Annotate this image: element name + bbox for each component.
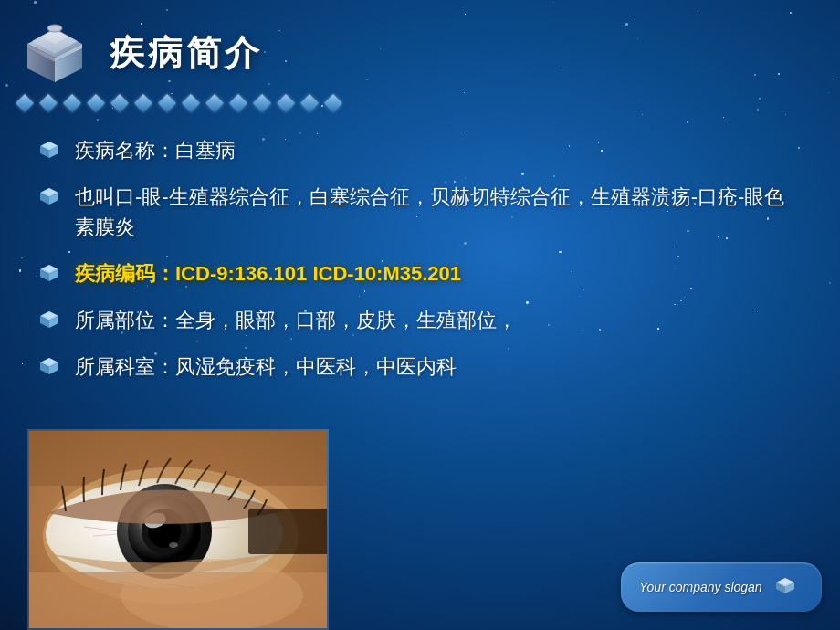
diamond-11 — [253, 94, 271, 112]
bullet-icon-1 — [37, 137, 62, 163]
bullet-row-name: 疾病名称：白塞病 — [37, 135, 803, 165]
bullet-icon-5 — [37, 353, 62, 379]
bullet-row-department: 所属科室：风湿免疫科，中医科，中医内科 — [37, 352, 803, 382]
bullet-row-location: 所属部位：全身，眼部，口部，皮肤，生殖部位， — [37, 305, 803, 335]
slogan-box: Your company slogan — [621, 562, 822, 612]
diamond-7 — [158, 94, 176, 112]
bullet-text-name: 疾病名称：白塞病 — [75, 135, 236, 165]
bullet-text-alias: 也叫口-眼-生殖器综合征，白塞综合征，贝赫切特综合征，生殖器溃疡-口疮-眼色素膜… — [75, 182, 803, 242]
slogan-text: Your company slogan — [639, 580, 762, 594]
diamond-8 — [182, 94, 200, 112]
svg-point-41 — [169, 542, 178, 548]
diamond-6 — [134, 94, 152, 112]
svg-rect-42 — [248, 509, 329, 554]
page-title: 疾病简介 — [110, 30, 263, 77]
diamond-12 — [277, 94, 295, 112]
diamond-5 — [110, 94, 129, 112]
svg-point-7 — [47, 25, 62, 32]
diamond-1 — [16, 94, 34, 112]
slogan-icon — [772, 572, 799, 603]
logo-icon — [18, 16, 91, 89]
bullet-text-department: 所属科室：风湿免疫科，中医科，中医内科 — [75, 352, 457, 382]
header: 疾病简介 — [0, 0, 840, 89]
diamond-3 — [63, 94, 81, 112]
diamond-14 — [324, 94, 342, 112]
content-area: 疾病名称：白塞病 也叫口-眼-生殖器综合征，白塞综合征，贝赫切特综合征，生殖器溃… — [0, 117, 840, 391]
bullet-icon-4 — [37, 307, 62, 332]
svg-point-44 — [121, 559, 303, 630]
diamond-4 — [87, 94, 105, 112]
diamond-13 — [300, 94, 319, 112]
bottom-section: Your company slogan — [0, 429, 840, 630]
divider-row — [0, 89, 840, 117]
bullet-text-location: 所属部位：全身，眼部，口部，皮肤，生殖部位， — [75, 305, 517, 335]
bullet-icon-3 — [37, 260, 62, 286]
bullet-icon-2 — [37, 184, 62, 209]
bullet-row-alias: 也叫口-眼-生殖器综合征，白塞综合征，贝赫切特综合征，生殖器溃疡-口疮-眼色素膜… — [37, 182, 803, 242]
bullet-row-code: 疾病编码：ICD-9:136.101 ICD-10:M35.201 — [37, 258, 803, 289]
diamond-10 — [229, 94, 247, 112]
diamond-9 — [205, 94, 224, 112]
diamond-2 — [39, 94, 58, 112]
bullet-text-code: 疾病编码：ICD-9:136.101 ICD-10:M35.201 — [75, 258, 461, 289]
eye-image — [27, 429, 329, 630]
